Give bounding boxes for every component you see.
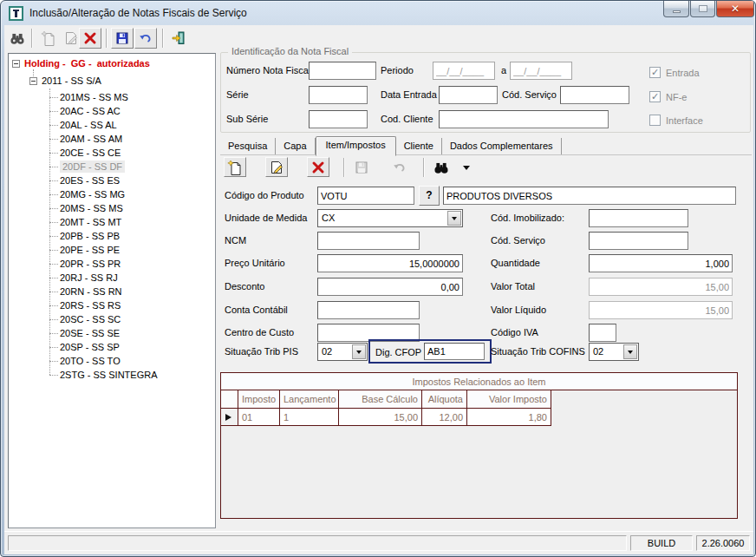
tree-item[interactable]: 20RN - SS RN bbox=[60, 285, 157, 298]
item-delete-button[interactable] bbox=[307, 157, 329, 177]
conta-contabil-field[interactable] bbox=[317, 301, 420, 319]
item-search-button[interactable] bbox=[430, 157, 453, 177]
ncm-field[interactable] bbox=[317, 232, 420, 250]
situacao-trib-cofins-select[interactable]: 02 bbox=[589, 343, 639, 361]
dropdown-caret-icon[interactable] bbox=[463, 166, 470, 174]
status-panel-build: BUILD bbox=[630, 535, 693, 551]
tree-item[interactable]: 20TO - SS TO bbox=[60, 354, 157, 368]
cell-base-calculo[interactable]: 15,00 bbox=[339, 409, 422, 426]
tree-item-selected[interactable]: 20DF - SS DF bbox=[60, 160, 157, 174]
edit-document-icon bbox=[63, 30, 79, 46]
collapse-icon[interactable] bbox=[29, 77, 37, 85]
tree-item[interactable]: 20MT - SS MT bbox=[60, 215, 157, 229]
toolbar-separator bbox=[423, 158, 424, 177]
dropdown-arrow-icon[interactable] bbox=[623, 344, 637, 359]
toolbar-separator bbox=[162, 29, 163, 48]
desconto-field[interactable] bbox=[317, 278, 463, 296]
tree-item[interactable]: 20SP - SS SP bbox=[60, 340, 157, 354]
conta-contabil-label: Conta Contábil bbox=[225, 301, 288, 319]
close-button[interactable]: ✕ bbox=[716, 1, 754, 17]
tree-item[interactable]: 20SC - SS SC bbox=[60, 312, 157, 326]
grid-header-lancamento: Lançamento bbox=[280, 390, 339, 409]
serie-field[interactable] bbox=[309, 86, 368, 104]
codigo-produto-field[interactable] bbox=[317, 187, 414, 205]
app-icon bbox=[9, 6, 23, 21]
cod-imobilizado-label: Cód. Imobilizado: bbox=[491, 209, 564, 227]
cell-valor-imposto[interactable]: 1,80 bbox=[467, 409, 551, 426]
sub-serie-field[interactable] bbox=[309, 110, 368, 128]
nfe-checkbox: NF-e bbox=[649, 91, 687, 102]
preco-unitario-field[interactable] bbox=[317, 254, 463, 272]
ncm-label: NCM bbox=[225, 232, 246, 250]
minimize-button[interactable] bbox=[663, 1, 689, 17]
tree-item[interactable]: 20ES - SS ES bbox=[60, 174, 157, 187]
codigo-iva-field[interactable] bbox=[589, 324, 616, 342]
tab-capa[interactable]: Capa bbox=[276, 138, 315, 154]
tab-item-impostos[interactable]: Item/Impostos bbox=[316, 136, 396, 156]
tree-item[interactable]: 20SE - SS SE bbox=[60, 326, 157, 340]
quantidade-field[interactable] bbox=[589, 254, 733, 272]
exit-door-icon bbox=[171, 30, 186, 46]
cell-imposto[interactable]: 01 bbox=[238, 409, 280, 426]
produto-descricao-field[interactable] bbox=[443, 187, 736, 205]
cod-cliente-field[interactable] bbox=[439, 110, 609, 128]
dig-cfop-label: Dig. CFOP bbox=[375, 344, 421, 361]
tree-root-holding[interactable]: Holding - GG - autorizadas bbox=[24, 56, 150, 70]
tree-item[interactable]: 201MS - SS MS bbox=[60, 90, 157, 104]
cell-lancamento[interactable]: 1 bbox=[280, 409, 339, 426]
tree-item[interactable]: 20RS - SS RS bbox=[60, 298, 157, 312]
tree-item[interactable]: 20MS - SS MS bbox=[60, 201, 157, 215]
cod-servico-field[interactable] bbox=[560, 86, 629, 104]
dropdown-arrow-icon[interactable] bbox=[447, 211, 461, 226]
item-save-button-disabled bbox=[350, 157, 373, 177]
tree-item[interactable]: 20PR - SS PR bbox=[60, 257, 157, 271]
cell-aliquota[interactable]: 12,00 bbox=[422, 409, 467, 426]
unidade-medida-select[interactable]: CX bbox=[317, 209, 463, 227]
tree-item[interactable]: 20AL - SS AL bbox=[60, 118, 157, 132]
data-entrada-field[interactable] bbox=[439, 86, 498, 104]
titlebar[interactable]: Inclusão/Alteração de Notas Fiscais de S… bbox=[1, 1, 755, 25]
codigo-iva-label: Código IVA bbox=[491, 324, 538, 342]
situacao-trib-cofins-label: Situação Trib COFINS bbox=[491, 343, 585, 361]
tree-item[interactable]: 20PE - SS PE bbox=[60, 243, 157, 257]
interface-checkbox: Interface bbox=[649, 115, 703, 126]
situacao-trib-pis-select[interactable]: 02 bbox=[317, 343, 368, 361]
tree-item[interactable]: 20AM - SS AM bbox=[60, 132, 157, 146]
impostos-grid[interactable]: Impostos Relacionados ao Item Imposto La… bbox=[220, 372, 738, 519]
valor-liquido-field bbox=[589, 301, 733, 319]
maximize-button[interactable] bbox=[690, 1, 715, 17]
tree-item[interactable]: 20AC - SS AC bbox=[60, 104, 157, 118]
tree-node-company[interactable]: 2011 - SS S/A bbox=[42, 74, 101, 88]
close-icon: ✕ bbox=[731, 2, 740, 16]
tab-pesquisa[interactable]: Pesquisa bbox=[220, 138, 276, 154]
exit-button[interactable] bbox=[167, 28, 190, 49]
tab-dados-complementares[interactable]: Dados Complementares bbox=[442, 138, 562, 154]
numero-nota-fiscal-label: Número Nota Fiscal bbox=[226, 62, 310, 80]
item-cod-servico-field[interactable] bbox=[589, 232, 688, 250]
dropdown-arrow-icon[interactable] bbox=[352, 344, 366, 359]
numero-nota-fiscal-field[interactable] bbox=[309, 62, 376, 80]
company-tree-panel[interactable]: Holding - GG - autorizadas 2011 - SS S/A… bbox=[8, 53, 216, 528]
cod-cliente-label: Cod. Cliente bbox=[381, 110, 433, 128]
tree-item[interactable]: 20CE - SS CE bbox=[60, 146, 157, 160]
dig-cfop-field[interactable] bbox=[424, 343, 485, 360]
save-floppy-icon bbox=[115, 31, 129, 45]
periodo-end-field bbox=[510, 62, 572, 80]
maximize-icon bbox=[699, 5, 707, 12]
situacao-trib-pis-label: Situação Trib PIS bbox=[225, 343, 298, 361]
cod-imobilizado-field[interactable] bbox=[589, 209, 688, 227]
delete-button[interactable] bbox=[79, 28, 101, 49]
undo-button[interactable] bbox=[134, 28, 157, 49]
tree-item[interactable]: 20RJ - SS RJ bbox=[60, 271, 157, 285]
item-new-button[interactable] bbox=[224, 157, 246, 177]
periodo-start-field bbox=[433, 62, 495, 80]
search-button[interactable] bbox=[6, 28, 29, 49]
save-button[interactable] bbox=[111, 28, 134, 49]
item-edit-button[interactable] bbox=[265, 157, 288, 177]
collapse-icon[interactable] bbox=[12, 60, 20, 68]
tree-item[interactable]: 20MG - SS MG bbox=[60, 187, 157, 201]
tree-item[interactable]: 20PB - SS PB bbox=[60, 229, 157, 243]
tree-item[interactable]: 2STG - SS SINTEGRA bbox=[60, 368, 157, 382]
product-help-button[interactable]: ? bbox=[419, 186, 440, 206]
tab-cliente[interactable]: Cliente bbox=[396, 138, 442, 154]
